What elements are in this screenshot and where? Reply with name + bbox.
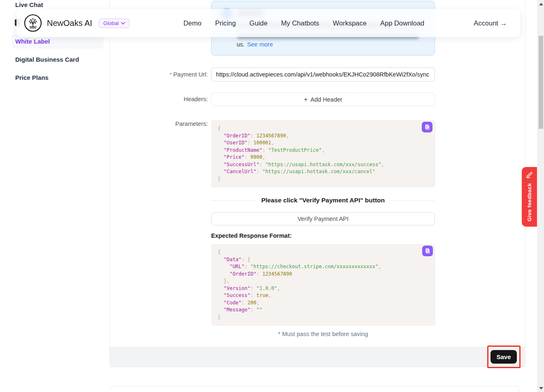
nav-item-workspace[interactable]: Workspace <box>333 19 367 27</box>
copy-expected-button[interactable] <box>422 246 433 256</box>
give-feedback-tab[interactable]: Give feedback <box>522 167 537 227</box>
sidebar-item-white-label[interactable]: White Label <box>15 38 50 45</box>
page: Live Chat White Label Digital Business C… <box>0 0 544 392</box>
expected-response-label: Expected Response Format: <box>211 232 292 239</box>
must-pass-note: * Must pass the test before saving <box>211 331 435 337</box>
give-feedback-label: Give feedback <box>526 183 532 221</box>
save-button[interactable]: Save <box>491 350 517 364</box>
account-link[interactable]: Account → <box>474 19 513 27</box>
pencil-icon <box>525 171 533 179</box>
scrollbar-up-arrow[interactable] <box>539 3 543 5</box>
scrollbar-track[interactable] <box>537 0 544 392</box>
nav-item-my-chatbots[interactable]: My Chatbots <box>281 19 319 27</box>
verify-divider: Please click "Verify Payment API" button <box>211 196 435 204</box>
region-label: Global <box>103 20 119 26</box>
brand-name: NewOaks AI <box>47 19 92 28</box>
region-selector[interactable]: Global <box>99 19 130 28</box>
newoaks-logo-icon <box>24 14 42 32</box>
reminder-tail: us.See more <box>237 41 273 48</box>
verify-divider-text: Please click "Verify Payment API" button <box>261 197 385 204</box>
scrollbar-thumb[interactable] <box>539 36 543 129</box>
payment-url-label: *Payment Url: <box>115 71 208 78</box>
payment-url-label-text: Payment Url: <box>173 71 208 78</box>
sidebar-item-price-plans[interactable]: Price Plans <box>15 74 49 81</box>
chevron-down-icon <box>121 22 125 25</box>
scrollbar-down-arrow[interactable] <box>539 387 543 390</box>
nav-item-app-download[interactable]: App Download <box>380 19 424 27</box>
required-asterisk: * <box>170 72 172 78</box>
sidebar-item-digital-business-card[interactable]: Digital Business Card <box>15 56 79 63</box>
verify-payment-api-button[interactable]: Verify Payment API <box>211 212 435 225</box>
headers-label: Headers: <box>115 96 208 102</box>
parameters-code-block: { "OrderID": 1234567890, "UserID": 10000… <box>211 120 435 188</box>
expected-response-code-block: { "Data": { "URL": "https://checkout.str… <box>211 244 435 326</box>
copy-icon <box>424 124 430 130</box>
payment-url-input[interactable] <box>211 67 435 81</box>
sidebar-item-live-chat[interactable]: Live Chat <box>15 1 43 8</box>
nav-item-pricing[interactable]: Pricing <box>215 19 236 27</box>
nav-item-guide[interactable]: Guide <box>249 19 267 27</box>
next-settings-card <box>109 386 519 392</box>
nav-item-demo[interactable]: Demo <box>184 19 202 27</box>
parameters-label: Parameters: <box>115 121 208 127</box>
top-navbar: NewOaks AI Global Demo Pricing Guide My … <box>16 9 520 37</box>
copy-parameters-button[interactable] <box>422 122 432 132</box>
copy-icon <box>424 248 431 254</box>
reminder-tail-text: us. <box>237 41 244 48</box>
see-more-link[interactable]: See more <box>247 41 273 48</box>
add-header-label: Add Header <box>310 96 342 103</box>
plus-icon: + <box>304 96 307 103</box>
add-header-button[interactable]: + Add Header <box>211 93 435 106</box>
card-footer <box>110 347 525 367</box>
nav-links: Demo Pricing Guide My Chatbots Workspace… <box>184 19 425 27</box>
